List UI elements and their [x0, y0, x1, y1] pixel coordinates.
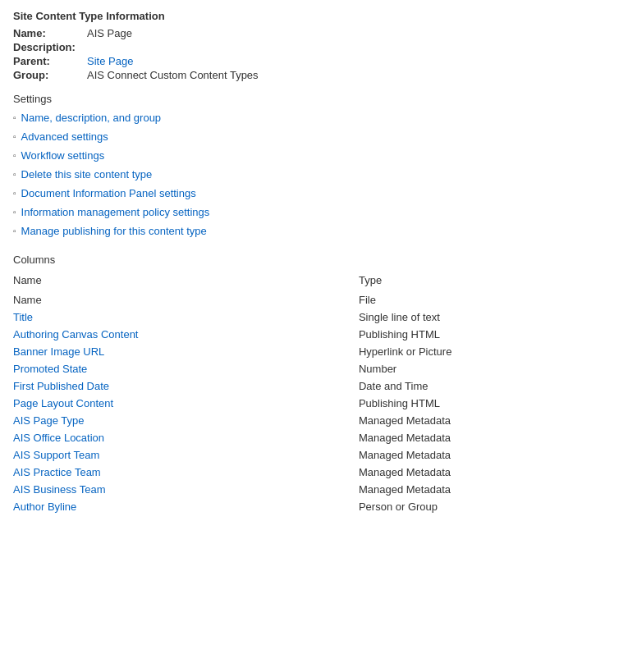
table-row: NameFile — [13, 291, 624, 309]
description-row: Description: — [13, 41, 624, 53]
col-type-header: Type — [352, 272, 624, 291]
col-name-cell: AIS Page Type — [13, 412, 352, 429]
col-type-cell: Managed Metadata — [352, 446, 624, 464]
columns-body: NameFileTitleSingle line of textAuthorin… — [13, 291, 624, 515]
settings-link-3[interactable]: Delete this site content type — [21, 168, 153, 181]
settings-link-0[interactable]: Name, description, and group — [21, 112, 162, 124]
col-name-cell: AIS Office Location — [13, 429, 352, 446]
table-row: Banner Image URLHyperlink or Picture — [13, 343, 624, 360]
col-name-cell: Page Layout Content — [13, 395, 352, 412]
col-type-cell: Number — [352, 360, 624, 377]
settings-link-6[interactable]: Manage publishing for this content type — [21, 225, 207, 237]
col-name-link-10[interactable]: AIS Practice Team — [13, 466, 101, 478]
table-row: AIS Support TeamManaged Metadata — [13, 446, 624, 464]
settings-item-1: Advanced settings — [13, 130, 624, 143]
description-label: Description: — [13, 41, 87, 53]
table-row: AIS Office LocationManaged Metadata — [13, 429, 624, 446]
col-type-cell: Publishing HTML — [352, 395, 624, 412]
settings-item-0: Name, description, and group — [13, 112, 624, 124]
page-container: Site Content Type Information Name: AIS … — [13, 10, 624, 515]
settings-link-2[interactable]: Workflow settings — [21, 149, 105, 162]
col-name-header: Name — [13, 272, 352, 291]
site-content-type-section: Site Content Type Information Name: AIS … — [13, 10, 624, 515]
group-value: AIS Connect Custom Content Types — [87, 69, 259, 81]
table-row: First Published DateDate and Time — [13, 377, 624, 395]
table-row: AIS Practice TeamManaged Metadata — [13, 464, 624, 481]
group-label: Group: — [13, 69, 87, 81]
col-name-link-11[interactable]: AIS Business Team — [13, 483, 105, 496]
col-name-cell: AIS Business Team — [13, 481, 352, 498]
col-name-static-0: Name — [13, 294, 42, 306]
parent-value: Site Page — [87, 55, 133, 67]
col-name-cell: First Published Date — [13, 377, 352, 395]
columns-heading: Columns — [13, 254, 624, 266]
parent-label: Parent: — [13, 55, 87, 67]
table-row: Page Layout ContentPublishing HTML — [13, 395, 624, 412]
col-name-link-6[interactable]: Page Layout Content — [13, 397, 113, 409]
settings-item-3: Delete this site content type — [13, 168, 624, 181]
col-name-cell: Banner Image URL — [13, 343, 352, 360]
info-table: Name: AIS Page Description: Parent: Site… — [13, 27, 624, 81]
col-type-cell: Publishing HTML — [352, 326, 624, 343]
col-name-cell: Title — [13, 309, 352, 326]
table-row: TitleSingle line of text — [13, 309, 624, 326]
group-row: Group: AIS Connect Custom Content Types — [13, 69, 624, 81]
settings-link-5[interactable]: Information management policy settings — [21, 206, 210, 218]
name-row: Name: AIS Page — [13, 27, 624, 39]
columns-header-row: Name Type — [13, 272, 624, 291]
col-name-link-2[interactable]: Authoring Canvas Content — [13, 328, 138, 341]
settings-heading: Settings — [13, 93, 624, 105]
col-name-link-8[interactable]: AIS Office Location — [13, 432, 104, 444]
col-type-cell: Single line of text — [352, 309, 624, 326]
col-name-link-3[interactable]: Banner Image URL — [13, 345, 104, 358]
table-row: AIS Page TypeManaged Metadata — [13, 412, 624, 429]
col-type-cell: Managed Metadata — [352, 429, 624, 446]
col-type-cell: Hyperlink or Picture — [352, 343, 624, 360]
parent-link[interactable]: Site Page — [87, 55, 133, 67]
columns-table: Name Type NameFileTitleSingle line of te… — [13, 272, 624, 515]
col-type-cell: Person or Group — [352, 498, 624, 515]
settings-item-5: Information management policy settings — [13, 206, 624, 218]
col-name-cell: Name — [13, 291, 352, 309]
settings-item-2: Workflow settings — [13, 149, 624, 162]
col-type-cell: Managed Metadata — [352, 481, 624, 498]
table-row: Promoted StateNumber — [13, 360, 624, 377]
col-name-link-9[interactable]: AIS Support Team — [13, 449, 99, 461]
parent-row: Parent: Site Page — [13, 55, 624, 67]
settings-link-4[interactable]: Document Information Panel settings — [21, 187, 196, 199]
col-name-link-4[interactable]: Promoted State — [13, 363, 87, 375]
col-type-cell: File — [352, 291, 624, 309]
settings-link-1[interactable]: Advanced settings — [21, 130, 108, 143]
col-name-link-5[interactable]: First Published Date — [13, 380, 109, 392]
col-type-cell: Date and Time — [352, 377, 624, 395]
settings-item-4: Document Information Panel settings — [13, 187, 624, 199]
col-name-cell: Author Byline — [13, 498, 352, 515]
col-name-link-12[interactable]: Author Byline — [13, 501, 76, 513]
col-name-link-7[interactable]: AIS Page Type — [13, 414, 85, 427]
col-name-cell: AIS Practice Team — [13, 464, 352, 481]
col-type-cell: Managed Metadata — [352, 412, 624, 429]
name-value: AIS Page — [87, 27, 132, 39]
table-row: Authoring Canvas ContentPublishing HTML — [13, 326, 624, 343]
section-title: Site Content Type Information — [13, 10, 624, 22]
col-name-cell: AIS Support Team — [13, 446, 352, 464]
table-row: Author BylinePerson or Group — [13, 498, 624, 515]
settings-list: Name, description, and groupAdvanced set… — [13, 112, 624, 237]
table-row: AIS Business TeamManaged Metadata — [13, 481, 624, 498]
col-type-cell: Managed Metadata — [352, 464, 624, 481]
settings-item-6: Manage publishing for this content type — [13, 225, 624, 237]
col-name-cell: Authoring Canvas Content — [13, 326, 352, 343]
col-name-link-1[interactable]: Title — [13, 311, 33, 323]
name-label: Name: — [13, 27, 87, 39]
col-name-cell: Promoted State — [13, 360, 352, 377]
